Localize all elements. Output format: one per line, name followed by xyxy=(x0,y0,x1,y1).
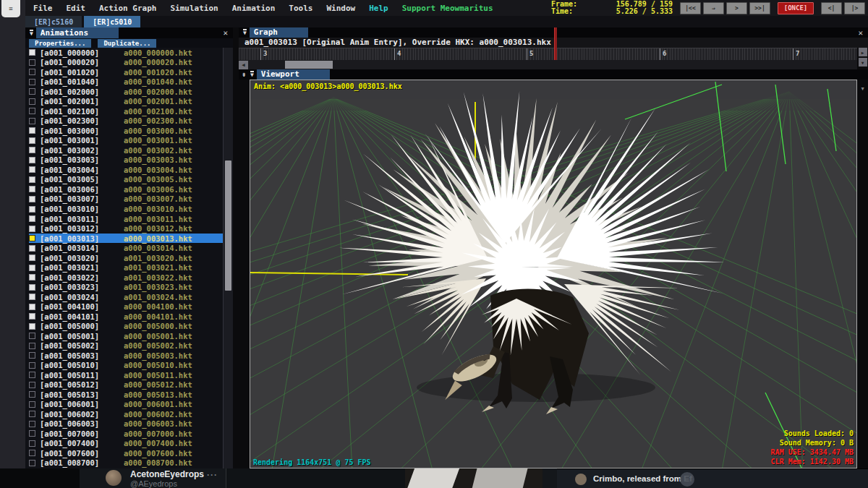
entry-checkbox[interactable] xyxy=(29,215,35,222)
viewport-3d-canvas[interactable]: Anim: <a000_003013>a000_003013.hkx Rende… xyxy=(250,80,857,468)
entry-checkbox[interactable] xyxy=(29,69,35,75)
more-icon[interactable]: ··· xyxy=(207,470,218,480)
list-item[interactable]: [a001_000000] a000_000000.hkt xyxy=(29,48,223,58)
list-item[interactable]: [a001_003006] a000_003006.hkt xyxy=(29,184,223,194)
entry-checkbox[interactable] xyxy=(29,49,35,56)
entry-checkbox[interactable] xyxy=(29,196,35,202)
entry-checkbox[interactable] xyxy=(29,382,35,388)
avatar[interactable] xyxy=(575,474,587,485)
transport-button[interactable]: ⇒ xyxy=(703,2,724,14)
entry-checkbox[interactable] xyxy=(29,421,35,427)
entry-checkbox[interactable] xyxy=(29,88,35,95)
entry-checkbox[interactable] xyxy=(29,372,35,378)
list-item[interactable]: [a001_003021] a001_003021.hkt xyxy=(29,262,223,273)
scroll-right-icon[interactable]: ▶ xyxy=(859,48,867,56)
transport-button[interactable]: > xyxy=(726,2,747,14)
document-tab[interactable]: [ER]c5010 xyxy=(84,16,140,27)
transport-step-button[interactable]: <| xyxy=(821,2,842,14)
viewport-side-scroll[interactable]: ▼ xyxy=(857,80,868,468)
list-item[interactable]: [a001_003010] a000_003010.hkt xyxy=(29,204,223,214)
pane-expand-icon[interactable]: ⇟ xyxy=(242,70,246,79)
collapse-icon[interactable]: ▼ xyxy=(250,71,254,78)
list-item[interactable]: [a001_005002] a000_005002.hkt xyxy=(29,341,223,351)
entry-checkbox[interactable] xyxy=(29,166,35,173)
entry-checkbox[interactable] xyxy=(29,352,35,359)
list-item[interactable]: [a001_008700] a000_008700.hkt xyxy=(29,458,223,468)
tweet-author-handle[interactable]: @AEyedrops xyxy=(130,479,177,488)
entry-checkbox[interactable] xyxy=(29,118,35,124)
entry-checkbox[interactable] xyxy=(29,460,35,466)
menu-item[interactable]: Simulation xyxy=(170,4,218,13)
menu-item[interactable]: Help xyxy=(369,4,388,13)
transport-button[interactable]: >>| xyxy=(749,2,770,14)
entry-checkbox[interactable] xyxy=(29,98,35,105)
list-item[interactable]: [a001_003004] a000_003004.hkt xyxy=(29,165,223,175)
list-item[interactable]: [a001_002001] a000_002001.hkt xyxy=(29,97,223,107)
entry-checkbox[interactable] xyxy=(29,313,35,320)
entry-checkbox[interactable] xyxy=(29,343,35,349)
entry-checkbox[interactable] xyxy=(29,226,35,232)
collapse-icon[interactable]: ▼ xyxy=(30,30,33,37)
entry-checkbox[interactable] xyxy=(29,254,35,261)
list-item[interactable]: [a001_002000] a000_002000.hkt xyxy=(29,87,223,97)
entry-checkbox[interactable] xyxy=(29,108,35,114)
list-item[interactable]: [a001_005010] a000_005010.hkt xyxy=(29,361,223,371)
list-item[interactable]: [a001_000020] a000_000020.hkt xyxy=(29,58,223,68)
list-item[interactable]: [a001_005000] a000_005000.hkt xyxy=(29,321,223,331)
list-item[interactable]: [a001_007400] a000_007400.hkt xyxy=(29,439,223,449)
entry-checkbox[interactable] xyxy=(29,186,35,192)
entry-checkbox[interactable] xyxy=(29,245,35,252)
list-item[interactable]: [a001_005001] a000_005001.hkt xyxy=(29,331,223,341)
list-item[interactable]: [a001_007000] a000_007000.hkt xyxy=(29,429,223,439)
list-item[interactable]: [a001_001020] a000_001020.hkt xyxy=(29,67,223,77)
tweet-author-name[interactable]: AcetoneEyedrops xyxy=(130,469,204,479)
entry-checkbox[interactable] xyxy=(29,137,35,144)
list-item[interactable]: [a001_005011] a000_005011.hkt xyxy=(29,370,223,380)
menu-item[interactable]: Support Meowmaritus xyxy=(402,4,493,13)
entry-checkbox[interactable] xyxy=(29,147,35,153)
entry-checkbox[interactable] xyxy=(29,430,35,437)
list-item[interactable]: [a001_007600] a000_007600.hkt xyxy=(29,448,223,458)
list-item[interactable]: [a001_003020] a001_003020.hkt xyxy=(29,253,223,263)
list-item[interactable]: [a001_003003] a000_003003.hkt xyxy=(29,155,223,166)
document-tab[interactable]: [ER]c5160 xyxy=(25,16,82,27)
menu-item[interactable]: Animation xyxy=(232,4,276,13)
list-item[interactable]: [a001_003012] a000_003012.hkt xyxy=(29,223,223,234)
entry-checkbox[interactable] xyxy=(29,294,35,300)
entry-checkbox[interactable] xyxy=(29,59,35,66)
list-item[interactable]: [a001_002300] a000_002300.hkt xyxy=(29,116,223,127)
list-item[interactable]: [a001_006002] a000_006002.hkt xyxy=(29,409,223,419)
list-item[interactable]: [a001_004100] a000_004100.hkt xyxy=(29,301,223,312)
entry-checkbox[interactable] xyxy=(29,411,35,417)
list-item[interactable]: [a001_006003] a000_006003.hkt xyxy=(29,419,223,429)
toolbar-button[interactable]: Duplicate... xyxy=(98,39,156,48)
entry-checkbox[interactable] xyxy=(29,391,35,398)
toolbar-button[interactable]: Properties... xyxy=(29,39,91,48)
entry-checkbox[interactable] xyxy=(29,362,35,369)
list-item[interactable]: [a001_003024] a001_003024.hkt xyxy=(29,292,223,302)
tweet-card[interactable]: Crimbo, released from Ef xyxy=(557,468,868,488)
list-item[interactable]: [a001_003001] a000_003001.hkt xyxy=(29,136,223,146)
close-icon[interactable]: ✕ xyxy=(858,28,863,38)
entry-checkbox[interactable] xyxy=(29,284,35,291)
list-item[interactable]: [a001_004101] a000_004101.hkt xyxy=(29,312,223,322)
scroll-down-icon[interactable]: ▼ xyxy=(859,58,867,67)
list-item[interactable]: [a001_002100] a000_002100.hkt xyxy=(29,106,223,116)
scroll-left-icon[interactable]: ◀ xyxy=(239,61,248,69)
scrollbar-thumb[interactable] xyxy=(225,160,231,291)
entry-checkbox[interactable] xyxy=(29,235,35,241)
collapse-icon[interactable]: ▼ xyxy=(243,29,247,36)
close-icon[interactable]: ✕ xyxy=(223,28,228,38)
timeline-scroll-thumb[interactable] xyxy=(285,61,333,69)
list-item[interactable]: [a001_003014] a000_003014.hkt xyxy=(29,243,223,253)
entry-checkbox[interactable] xyxy=(29,127,35,134)
scroll-down-icon[interactable]: ▼ xyxy=(861,86,864,92)
list-item[interactable]: [a001_003005] a000_003005.hkt xyxy=(29,175,223,185)
animations-scrollbar[interactable] xyxy=(223,48,233,468)
transport-button[interactable]: |<< xyxy=(680,2,701,14)
list-item[interactable]: [a001_003022] a001_003022.hkt xyxy=(29,273,223,283)
menu-item[interactable]: Window xyxy=(326,4,355,13)
entry-checkbox[interactable] xyxy=(29,304,35,310)
menu-item[interactable]: Tools xyxy=(289,4,312,13)
list-item[interactable]: [a001_003007] a000_003007.hkt xyxy=(29,194,223,205)
